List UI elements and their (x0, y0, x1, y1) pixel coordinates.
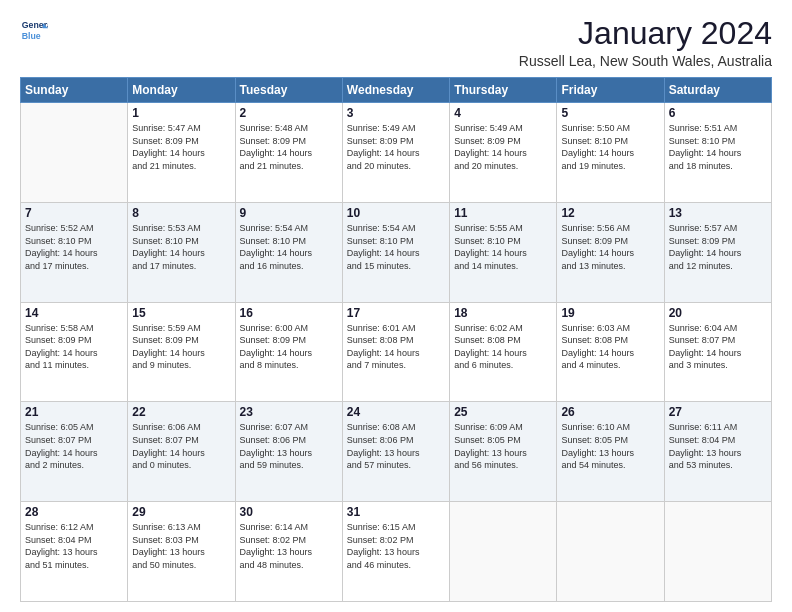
day-info: Sunrise: 5:53 AM Sunset: 8:10 PM Dayligh… (132, 222, 230, 272)
table-row: 19Sunrise: 6:03 AM Sunset: 8:08 PM Dayli… (557, 302, 664, 402)
table-row: 29Sunrise: 6:13 AM Sunset: 8:03 PM Dayli… (128, 502, 235, 602)
day-number: 29 (132, 505, 230, 519)
table-row: 12Sunrise: 5:56 AM Sunset: 8:09 PM Dayli… (557, 202, 664, 302)
day-number: 17 (347, 306, 445, 320)
table-row: 15Sunrise: 5:59 AM Sunset: 8:09 PM Dayli… (128, 302, 235, 402)
header-thursday: Thursday (450, 78, 557, 103)
header-tuesday: Tuesday (235, 78, 342, 103)
table-row: 30Sunrise: 6:14 AM Sunset: 8:02 PM Dayli… (235, 502, 342, 602)
day-info: Sunrise: 6:12 AM Sunset: 8:04 PM Dayligh… (25, 521, 123, 571)
day-number: 7 (25, 206, 123, 220)
table-row: 18Sunrise: 6:02 AM Sunset: 8:08 PM Dayli… (450, 302, 557, 402)
day-info: Sunrise: 5:49 AM Sunset: 8:09 PM Dayligh… (347, 122, 445, 172)
day-info: Sunrise: 5:56 AM Sunset: 8:09 PM Dayligh… (561, 222, 659, 272)
day-info: Sunrise: 5:52 AM Sunset: 8:10 PM Dayligh… (25, 222, 123, 272)
svg-text:Blue: Blue (22, 31, 41, 41)
table-row: 5Sunrise: 5:50 AM Sunset: 8:10 PM Daylig… (557, 103, 664, 203)
table-row (21, 103, 128, 203)
calendar-row-1: 7Sunrise: 5:52 AM Sunset: 8:10 PM Daylig… (21, 202, 772, 302)
table-row: 21Sunrise: 6:05 AM Sunset: 8:07 PM Dayli… (21, 402, 128, 502)
table-row: 6Sunrise: 5:51 AM Sunset: 8:10 PM Daylig… (664, 103, 771, 203)
header-sunday: Sunday (21, 78, 128, 103)
day-info: Sunrise: 6:02 AM Sunset: 8:08 PM Dayligh… (454, 322, 552, 372)
calendar-header-row: Sunday Monday Tuesday Wednesday Thursday… (21, 78, 772, 103)
day-number: 25 (454, 405, 552, 419)
day-info: Sunrise: 6:15 AM Sunset: 8:02 PM Dayligh… (347, 521, 445, 571)
day-info: Sunrise: 6:13 AM Sunset: 8:03 PM Dayligh… (132, 521, 230, 571)
day-info: Sunrise: 5:59 AM Sunset: 8:09 PM Dayligh… (132, 322, 230, 372)
day-number: 11 (454, 206, 552, 220)
day-number: 2 (240, 106, 338, 120)
day-number: 18 (454, 306, 552, 320)
header-saturday: Saturday (664, 78, 771, 103)
table-row: 7Sunrise: 5:52 AM Sunset: 8:10 PM Daylig… (21, 202, 128, 302)
calendar-row-3: 21Sunrise: 6:05 AM Sunset: 8:07 PM Dayli… (21, 402, 772, 502)
day-number: 3 (347, 106, 445, 120)
day-info: Sunrise: 6:03 AM Sunset: 8:08 PM Dayligh… (561, 322, 659, 372)
table-row: 9Sunrise: 5:54 AM Sunset: 8:10 PM Daylig… (235, 202, 342, 302)
table-row: 13Sunrise: 5:57 AM Sunset: 8:09 PM Dayli… (664, 202, 771, 302)
day-number: 22 (132, 405, 230, 419)
day-number: 15 (132, 306, 230, 320)
day-info: Sunrise: 6:04 AM Sunset: 8:07 PM Dayligh… (669, 322, 767, 372)
day-info: Sunrise: 5:57 AM Sunset: 8:09 PM Dayligh… (669, 222, 767, 272)
table-row: 23Sunrise: 6:07 AM Sunset: 8:06 PM Dayli… (235, 402, 342, 502)
calendar-table: Sunday Monday Tuesday Wednesday Thursday… (20, 77, 772, 602)
calendar-row-0: 1Sunrise: 5:47 AM Sunset: 8:09 PM Daylig… (21, 103, 772, 203)
table-row: 20Sunrise: 6:04 AM Sunset: 8:07 PM Dayli… (664, 302, 771, 402)
table-row: 3Sunrise: 5:49 AM Sunset: 8:09 PM Daylig… (342, 103, 449, 203)
table-row: 17Sunrise: 6:01 AM Sunset: 8:08 PM Dayli… (342, 302, 449, 402)
day-info: Sunrise: 6:05 AM Sunset: 8:07 PM Dayligh… (25, 421, 123, 471)
day-info: Sunrise: 6:07 AM Sunset: 8:06 PM Dayligh… (240, 421, 338, 471)
day-number: 24 (347, 405, 445, 419)
day-info: Sunrise: 5:58 AM Sunset: 8:09 PM Dayligh… (25, 322, 123, 372)
table-row: 10Sunrise: 5:54 AM Sunset: 8:10 PM Dayli… (342, 202, 449, 302)
table-row: 2Sunrise: 5:48 AM Sunset: 8:09 PM Daylig… (235, 103, 342, 203)
table-row: 26Sunrise: 6:10 AM Sunset: 8:05 PM Dayli… (557, 402, 664, 502)
table-row: 31Sunrise: 6:15 AM Sunset: 8:02 PM Dayli… (342, 502, 449, 602)
main-title: January 2024 (519, 16, 772, 51)
day-info: Sunrise: 5:55 AM Sunset: 8:10 PM Dayligh… (454, 222, 552, 272)
day-number: 26 (561, 405, 659, 419)
day-number: 1 (132, 106, 230, 120)
day-number: 21 (25, 405, 123, 419)
table-row: 4Sunrise: 5:49 AM Sunset: 8:09 PM Daylig… (450, 103, 557, 203)
day-number: 19 (561, 306, 659, 320)
table-row: 25Sunrise: 6:09 AM Sunset: 8:05 PM Dayli… (450, 402, 557, 502)
table-row: 11Sunrise: 5:55 AM Sunset: 8:10 PM Dayli… (450, 202, 557, 302)
day-info: Sunrise: 6:06 AM Sunset: 8:07 PM Dayligh… (132, 421, 230, 471)
calendar-row-4: 28Sunrise: 6:12 AM Sunset: 8:04 PM Dayli… (21, 502, 772, 602)
day-number: 10 (347, 206, 445, 220)
day-number: 13 (669, 206, 767, 220)
table-row: 24Sunrise: 6:08 AM Sunset: 8:06 PM Dayli… (342, 402, 449, 502)
page: General Blue January 2024 Russell Lea, N… (0, 0, 792, 612)
day-info: Sunrise: 5:47 AM Sunset: 8:09 PM Dayligh… (132, 122, 230, 172)
day-number: 8 (132, 206, 230, 220)
day-info: Sunrise: 5:51 AM Sunset: 8:10 PM Dayligh… (669, 122, 767, 172)
day-number: 9 (240, 206, 338, 220)
table-row: 28Sunrise: 6:12 AM Sunset: 8:04 PM Dayli… (21, 502, 128, 602)
table-row (557, 502, 664, 602)
day-info: Sunrise: 6:09 AM Sunset: 8:05 PM Dayligh… (454, 421, 552, 471)
day-number: 31 (347, 505, 445, 519)
day-number: 5 (561, 106, 659, 120)
header-friday: Friday (557, 78, 664, 103)
header: General Blue January 2024 Russell Lea, N… (20, 16, 772, 69)
day-number: 6 (669, 106, 767, 120)
day-info: Sunrise: 6:10 AM Sunset: 8:05 PM Dayligh… (561, 421, 659, 471)
day-info: Sunrise: 6:14 AM Sunset: 8:02 PM Dayligh… (240, 521, 338, 571)
table-row: 8Sunrise: 5:53 AM Sunset: 8:10 PM Daylig… (128, 202, 235, 302)
day-number: 12 (561, 206, 659, 220)
title-section: January 2024 Russell Lea, New South Wale… (519, 16, 772, 69)
day-number: 14 (25, 306, 123, 320)
day-info: Sunrise: 5:54 AM Sunset: 8:10 PM Dayligh… (347, 222, 445, 272)
day-info: Sunrise: 5:54 AM Sunset: 8:10 PM Dayligh… (240, 222, 338, 272)
table-row: 22Sunrise: 6:06 AM Sunset: 8:07 PM Dayli… (128, 402, 235, 502)
header-wednesday: Wednesday (342, 78, 449, 103)
day-info: Sunrise: 5:48 AM Sunset: 8:09 PM Dayligh… (240, 122, 338, 172)
table-row: 14Sunrise: 5:58 AM Sunset: 8:09 PM Dayli… (21, 302, 128, 402)
day-number: 20 (669, 306, 767, 320)
header-monday: Monday (128, 78, 235, 103)
logo: General Blue (20, 16, 48, 44)
day-info: Sunrise: 5:49 AM Sunset: 8:09 PM Dayligh… (454, 122, 552, 172)
